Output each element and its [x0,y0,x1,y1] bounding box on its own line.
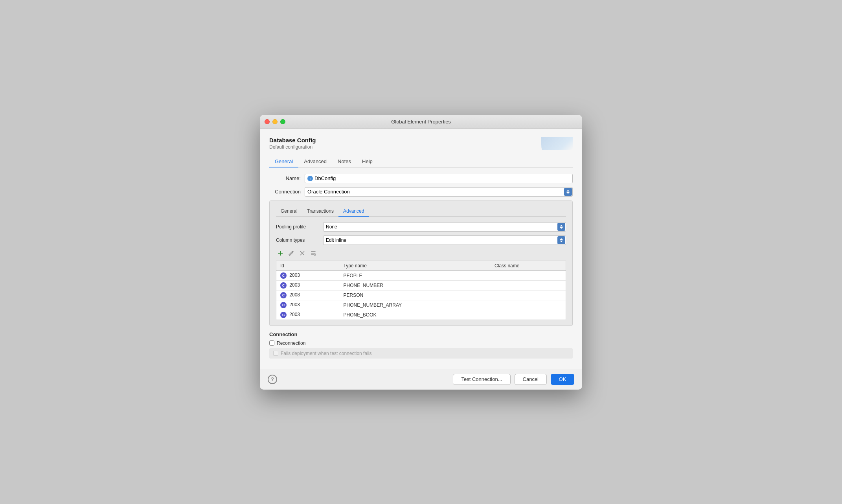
table-row[interactable]: C 2003 PHONE_NUMBER_ARRAY [276,300,566,310]
inner-tab-general[interactable]: General [276,206,302,217]
row-type-name: PEOPLE [340,270,491,280]
reconnection-row: Reconnection [269,340,573,346]
inner-tab-advanced[interactable]: Advanced [338,206,369,217]
fails-deployment-label: Fails deployment when test connection fa… [281,351,371,356]
name-input[interactable] [314,175,570,181]
row-c-icon: C [280,292,287,298]
test-connection-button[interactable]: Test Connection... [453,374,510,385]
row-class-name [491,280,566,290]
column-types-select[interactable]: Edit inline Add item [323,235,566,245]
connection-select[interactable]: Oracle Connection [305,187,573,197]
dialog-header: Database Config Default configuration [269,137,573,150]
inner-panel: General Transactions Advanced Pooling pr… [269,200,573,326]
inner-tab-transactions[interactable]: Transactions [302,206,338,217]
pooling-profile-select-wrapper: None Default Custom [323,222,566,232]
close-button[interactable] [265,119,270,124]
dialog-title: Database Config [269,137,573,143]
name-input-wrapper: i [305,174,573,183]
bottom-right: Test Connection... Cancel OK [453,374,574,385]
pooling-profile-select[interactable]: None Default Custom [323,222,566,232]
row-class-name [491,300,566,310]
table-row[interactable]: C 2003 PHONE_BOOK [276,310,566,320]
column-types-row: Column types Edit inline Add item [276,235,566,245]
row-id: C 2003 [276,300,340,310]
fails-deployment-checkbox [273,351,278,356]
fails-deployment-row: Fails deployment when test connection fa… [269,348,573,359]
row-type-name: PHONE_BOOK [340,310,491,320]
column-types-table: Id Type name Class name C 2003 PEOPLE [276,261,566,320]
row-c-icon: C [280,272,287,279]
reconnection-checkbox[interactable] [269,340,274,346]
col-header-class-name: Class name [491,261,566,270]
tools-button[interactable] [309,249,318,258]
row-type-name: PHONE_NUMBER [340,280,491,290]
name-info-icon: i [307,176,313,181]
tab-general-outer[interactable]: General [269,156,298,167]
table-row[interactable]: C 2008 PERSON [276,290,566,300]
connection-row: Connection Oracle Connection [269,187,573,197]
pooling-profile-row: Pooling profile None Default Custom [276,222,566,232]
ok-button[interactable]: OK [551,374,574,385]
col-header-id: Id [276,261,340,270]
cancel-button[interactable]: Cancel [515,374,547,385]
name-label: Name: [269,175,305,181]
table-row[interactable]: C 2003 PEOPLE [276,270,566,280]
column-types-label: Column types [276,237,323,243]
maximize-button[interactable] [280,119,285,124]
window-content: Database Config Default configuration Ge… [260,129,582,369]
delete-row-button[interactable] [298,249,307,258]
row-c-icon: C [280,302,287,308]
reconnection-label[interactable]: Reconnection [277,340,305,346]
row-id: C 2003 [276,280,340,290]
connection-section: Connection Reconnection Fails deployment… [269,331,573,359]
bottom-bar: ? Test Connection... Cancel OK [260,369,582,390]
traffic-lights [265,119,285,124]
bottom-left: ? [268,375,277,384]
table-toolbar [276,249,566,258]
tab-notes-outer[interactable]: Notes [332,156,357,167]
window-title: Global Element Properties [391,119,451,125]
outer-tabs: General Advanced Notes Help [269,156,573,167]
svg-point-2 [314,254,316,256]
dialog-subtitle: Default configuration [269,144,573,150]
inner-tabs: General Transactions Advanced [276,206,566,217]
row-c-icon: C [280,282,287,289]
help-button[interactable]: ? [268,375,277,384]
pooling-profile-label: Pooling profile [276,224,323,230]
row-id: C 2003 [276,310,340,320]
row-id: C 2003 [276,270,340,280]
decorative-shape [541,137,573,150]
col-header-type-name: Type name [340,261,491,270]
connection-select-wrapper: Oracle Connection [305,187,573,197]
row-id: C 2008 [276,290,340,300]
connection-label: Connection [269,189,305,195]
row-class-name [491,310,566,320]
column-types-select-wrapper: Edit inline Add item [323,235,566,245]
title-bar: Global Element Properties [260,115,582,129]
row-type-name: PHONE_NUMBER_ARRAY [340,300,491,310]
name-row: Name: i [269,174,573,183]
main-window: Global Element Properties Database Confi… [260,115,582,390]
svg-rect-1 [278,253,283,254]
row-c-icon: C [280,312,287,318]
tab-help-outer[interactable]: Help [357,156,378,167]
row-type-name: PERSON [340,290,491,300]
row-class-name [491,290,566,300]
add-row-button[interactable] [276,249,285,258]
connection-section-title: Connection [269,331,573,337]
edit-row-button[interactable] [287,249,296,258]
table-row[interactable]: C 2003 PHONE_NUMBER [276,280,566,290]
tab-advanced-outer[interactable]: Advanced [298,156,332,167]
minimize-button[interactable] [272,119,278,124]
row-class-name [491,270,566,280]
